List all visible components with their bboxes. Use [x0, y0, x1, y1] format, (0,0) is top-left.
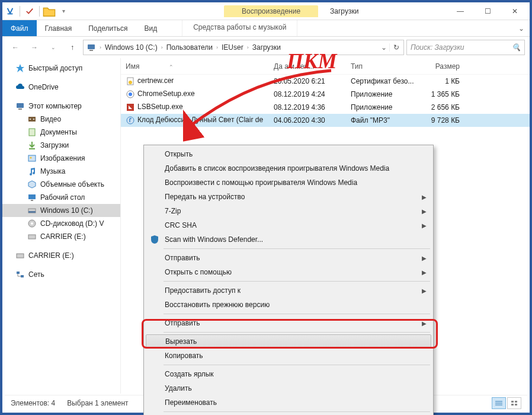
svg-rect-34 — [511, 404, 514, 406]
col-size[interactable]: Размер — [417, 62, 464, 71]
titlebar: ▾ Воспроизведение Загрузки — ☐ ✕ — [2, 2, 530, 20]
context-menu-item[interactable]: Передать на устройство▶ — [146, 190, 431, 204]
ribbon-tab-file[interactable]: Файл — [2, 20, 37, 36]
search-input[interactable]: Поиск: Загрузки 🔍 — [406, 40, 525, 55]
properties-icon[interactable] — [23, 5, 36, 18]
ribbon: Файл Главная Поделиться Вид Средства раб… — [2, 20, 530, 37]
column-headers[interactable]: Имя⌃ Да а и...ен... Тип Размер — [121, 58, 530, 75]
nav-forward-button: → — [26, 39, 43, 56]
crumb-item[interactable]: Пользователи — [165, 43, 214, 52]
chevron-right-icon[interactable]: › — [98, 44, 103, 50]
file-type: Сертификат безо... — [346, 77, 417, 85]
context-menu-item[interactable]: Вырезать — [146, 334, 431, 349]
search-icon[interactable]: 🔍 — [512, 43, 521, 52]
svg-point-6 — [33, 119, 34, 120]
tree-node[interactable]: CARRIER (E:) — [2, 249, 120, 262]
chevron-right-icon[interactable]: › — [245, 44, 251, 50]
svg-rect-3 — [18, 108, 22, 110]
tree-node[interactable]: Быстрый доступ — [2, 62, 120, 75]
qat-dropdown-icon[interactable] — [4, 5, 17, 18]
context-menu-item[interactable]: Воспроизвести с помощью проигрывателя Wi… — [146, 175, 431, 190]
tree-node[interactable]: CARRIER (E:) — [2, 230, 120, 243]
nav-recent-icon[interactable]: ⌄ — [45, 39, 62, 56]
tree-label: CD-дисковод (D:) V — [40, 219, 104, 228]
context-menu-item[interactable]: Удалить — [146, 381, 431, 395]
file-row[interactable]: Клод Дебюсси - Лунный Свет (Clair de04.0… — [121, 114, 530, 127]
ribbon-tab-home[interactable]: Главная — [37, 20, 81, 36]
refresh-icon[interactable]: ↻ — [389, 43, 402, 52]
tree-node[interactable]: Объемные объекть — [2, 178, 120, 191]
context-menu-item[interactable]: Восстановить прежнюю версию — [146, 298, 431, 312]
tree-node[interactable]: Рабочий стол — [2, 191, 120, 204]
tree-node[interactable]: OneDrive — [2, 81, 120, 94]
col-type[interactable]: Тип — [346, 62, 417, 71]
context-menu-item[interactable]: Переименовать — [146, 395, 431, 410]
menu-label: CRC SHA — [165, 221, 197, 229]
sort-arrow-icon: ⌃ — [169, 64, 174, 70]
nav-back-button[interactable]: ← — [7, 39, 24, 56]
ribbon-context-tool[interactable]: Средства работы с музыкой — [182, 20, 297, 36]
cd-icon — [27, 219, 37, 228]
pc-icon[interactable] — [85, 43, 98, 52]
menu-label: Создать ярлык — [165, 370, 214, 378]
file-size: 9 728 КБ — [417, 116, 464, 124]
file-row[interactable]: ChromeSetup.exe08.12.2019 4:24Приложение… — [121, 88, 530, 101]
svg-rect-14 — [28, 211, 36, 213]
minimize-button[interactable]: — — [447, 2, 474, 20]
tree-node[interactable]: Этот компьютер — [2, 100, 120, 113]
context-menu-item[interactable]: Предоставить доступ к▶ — [146, 283, 431, 298]
tree-node[interactable]: CD-дисковод (D:) V — [2, 217, 120, 230]
context-menu-item[interactable]: CRC SHA▶ — [146, 218, 431, 232]
tree-node[interactable]: Изображения — [2, 152, 120, 165]
context-menu-item[interactable]: Создать ярлык — [146, 367, 431, 381]
file-size: 1 КБ — [417, 77, 464, 85]
tree-node[interactable]: Windows 10 (C:) — [2, 204, 120, 217]
qat-more-icon[interactable]: ▾ — [57, 5, 70, 18]
file-row[interactable]: certnew.cer20.05.2020 6:21Сертификат без… — [121, 75, 530, 88]
crumb-item[interactable]: Windows 10 (C:) — [103, 43, 159, 52]
context-menu-item[interactable]: Отправить▶ — [146, 316, 431, 330]
submenu-arrow-icon: ▶ — [422, 194, 427, 200]
view-details-button[interactable] — [492, 397, 506, 409]
crumb-item[interactable]: IEUser — [220, 43, 245, 52]
tree-node[interactable]: Музыка — [2, 165, 120, 178]
col-name[interactable]: Имя⌃ — [121, 62, 269, 71]
col-date[interactable]: Да а и...ен... — [269, 62, 346, 71]
context-menu-item[interactable]: 7-Zip▶ — [146, 204, 431, 218]
menu-label: Копировать — [165, 352, 203, 360]
tree-node[interactable]: Сеть — [2, 268, 120, 281]
quick-access-toolbar: ▾ — [4, 5, 70, 18]
file-icon — [126, 116, 135, 125]
ribbon-context-tab[interactable]: Воспроизведение — [224, 5, 318, 17]
chevron-right-icon[interactable]: › — [159, 44, 165, 50]
nav-up-button[interactable]: ↑ — [64, 39, 81, 56]
context-menu-item[interactable]: Добавить в список воспроизведения проигр… — [146, 161, 431, 175]
tree-label: Загрузки — [40, 141, 69, 149]
ribbon-expand-icon[interactable]: ⌄ — [513, 20, 530, 36]
file-type: Файл "MP3" — [346, 116, 417, 124]
file-row[interactable]: LSBSetup.exe08.12.2019 4:36Приложение2 6… — [121, 101, 530, 114]
tree-label: CARRIER (E:) — [40, 232, 86, 241]
context-menu-item[interactable]: Открыть — [146, 147, 431, 161]
menu-label: Scan with Windows Defender... — [165, 235, 263, 244]
tree-label: Видео — [40, 115, 61, 123]
ribbon-tab-view[interactable]: Вид — [136, 20, 165, 36]
context-menu-item[interactable]: Открыть с помощью▶ — [146, 265, 431, 279]
context-menu-item[interactable]: Копировать — [146, 349, 431, 363]
tree-node[interactable]: Видео — [2, 113, 120, 126]
context-menu-item[interactable]: Scan with Windows Defender... — [146, 232, 431, 247]
tree-label: Сеть — [28, 270, 44, 279]
maximize-button[interactable]: ☐ — [474, 2, 501, 20]
nav-tree[interactable]: Быстрый доступOneDriveЭтот компьютерВиде… — [2, 58, 121, 394]
breadcrumb[interactable]: › Windows 10 (C:) › Пользователи › IEUse… — [83, 40, 404, 55]
tree-node[interactable]: Документы — [2, 126, 120, 139]
svg-rect-4 — [28, 117, 36, 122]
chevron-right-icon[interactable]: › — [214, 44, 220, 50]
crumb-item[interactable]: Загрузки — [251, 43, 283, 52]
ribbon-tab-share[interactable]: Поделиться — [80, 20, 136, 36]
view-large-button[interactable] — [507, 397, 521, 409]
context-menu-item[interactable]: Отправить▶ — [146, 251, 431, 265]
close-button[interactable]: ✕ — [501, 2, 528, 20]
address-dropdown-icon[interactable]: ⌄ — [379, 43, 389, 52]
tree-node[interactable]: Загрузки — [2, 139, 120, 152]
